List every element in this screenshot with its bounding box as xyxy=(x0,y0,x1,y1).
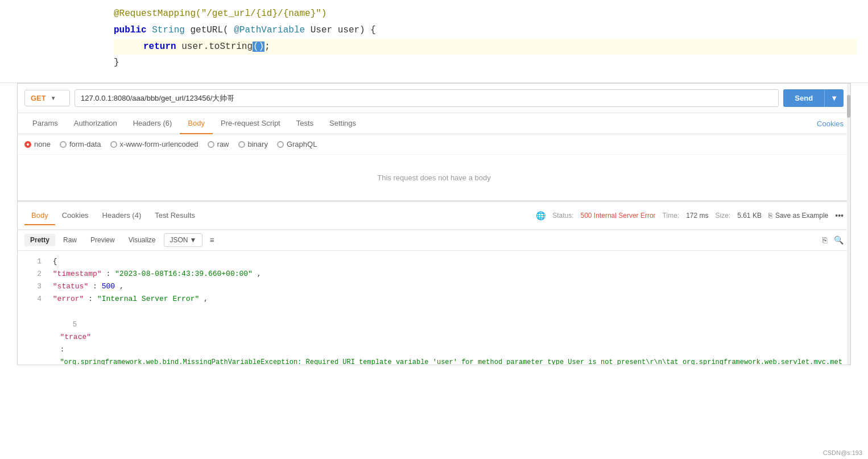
chevron-down-icon: ▼ xyxy=(190,236,197,244)
line-number-5: 5 xyxy=(60,319,77,331)
globe-icon: 🌐 xyxy=(536,211,545,220)
radio-label-none: none xyxy=(34,140,51,148)
scrollbar-thumb[interactable] xyxy=(847,95,850,118)
save-as-example-button[interactable]: ⎘ Save as Example xyxy=(768,212,828,220)
format-raw-button[interactable]: Raw xyxy=(57,234,82,246)
closing-brace: } xyxy=(114,57,119,68)
response-header: Body Cookies Headers (4) Test Results 🌐 … xyxy=(18,202,850,230)
tab-params[interactable]: Params xyxy=(24,113,66,134)
status-value: 500 Internal Server Error xyxy=(581,212,656,220)
json-val-status: 500 xyxy=(102,282,115,291)
radio-dot-graphql xyxy=(277,141,284,148)
radio-label-urlencoded: x-www-form-urlencoded xyxy=(120,140,199,148)
radio-dot-none xyxy=(24,141,31,148)
radio-graphql[interactable]: GraphQL xyxy=(277,140,317,148)
chevron-down-icon: ▼ xyxy=(51,95,56,101)
json-format-dropdown[interactable]: JSON ▼ xyxy=(164,233,203,247)
code-return: return user.toString(); xyxy=(138,42,270,52)
radio-form-data[interactable]: form-data xyxy=(60,140,101,148)
wrap-icon[interactable]: ≡ xyxy=(209,235,214,245)
tab-tests[interactable]: Tests xyxy=(288,113,321,134)
response-tab-body[interactable]: Body xyxy=(24,206,55,225)
code-section: @RequestMapping("/get_url/{id}/{name}") … xyxy=(0,0,868,83)
body-options: none form-data x-www-form-urlencoded raw… xyxy=(18,134,850,155)
json-line-4: 4 "error" : "Internal Server Error" , xyxy=(24,293,844,305)
radio-label-form-data: form-data xyxy=(69,140,101,148)
json-val-timestamp: "2023-08-08T16:43:39.660+00:00" xyxy=(115,270,253,278)
code-line-1: @RequestMapping("/get_url/{id}/{name}") xyxy=(114,6,857,22)
method-param: User user) { xyxy=(311,25,376,35)
response-tab-cookies[interactable]: Cookies xyxy=(55,206,96,225)
type-string: String xyxy=(152,25,185,35)
scrollbar-track[interactable] xyxy=(847,84,850,365)
line-number-2: 2 xyxy=(24,268,42,280)
response-meta: 🌐 Status: 500 Internal Server Error Time… xyxy=(536,211,844,220)
json-key-timestamp: "timestamp" xyxy=(53,270,102,278)
code-line-3: return user.toString(); xyxy=(114,39,857,55)
send-button[interactable]: Send ▼ xyxy=(783,89,844,107)
format-bar: Pretty Raw Preview Visualize JSON ▼ ≡ ⎘ … xyxy=(18,230,850,251)
cursor: () xyxy=(253,42,264,52)
tab-authorization[interactable]: Authorization xyxy=(66,113,125,134)
save-icon: ⎘ xyxy=(768,212,772,220)
tab-pre-request-script[interactable]: Pre-request Script xyxy=(213,113,288,134)
radio-raw[interactable]: raw xyxy=(208,140,229,148)
format-preview-button[interactable]: Preview xyxy=(85,234,121,246)
size-value: 5.61 KB xyxy=(737,212,762,220)
send-button-label: Send xyxy=(783,89,824,107)
radio-binary[interactable]: binary xyxy=(238,140,268,148)
keyword-public: public xyxy=(114,25,147,35)
tab-headers[interactable]: Headers (6) xyxy=(125,113,180,134)
radio-dot-raw xyxy=(208,141,214,148)
format-visualize-button[interactable]: Visualize xyxy=(123,234,162,246)
json-colon-4: : xyxy=(88,295,97,303)
radio-label-graphql: GraphQL xyxy=(287,140,317,148)
send-dropdown-arrow[interactable]: ▼ xyxy=(824,89,844,107)
json-comma-4: , xyxy=(204,295,208,303)
tab-body[interactable]: Body xyxy=(180,113,213,134)
json-line-1: 1 { xyxy=(24,255,844,268)
save-example-label: Save as Example xyxy=(775,212,828,220)
response-tab-headers[interactable]: Headers (4) xyxy=(96,206,148,225)
code-line-2: public String getURL( @PathVariable User… xyxy=(114,22,857,39)
radio-dot-form-data xyxy=(60,141,67,148)
search-icon[interactable]: 🔍 xyxy=(834,235,844,245)
body-content-area: This request does not have a body xyxy=(18,155,850,200)
response-tab-test-results[interactable]: Test Results xyxy=(148,206,202,225)
status-label: Status: xyxy=(552,212,573,220)
json-line-2: 2 "timestamp" : "2023-08-08T16:43:39.660… xyxy=(24,268,844,280)
code-line-4: } xyxy=(114,55,857,71)
url-input[interactable] xyxy=(75,89,779,107)
url-bar: GET ▼ Send ▼ xyxy=(18,84,850,113)
json-response-view: 1 { 2 "timestamp" : "2023-08-08T16:43:39… xyxy=(18,251,850,365)
method-selector[interactable]: GET ▼ xyxy=(24,90,70,106)
semicolon: ; xyxy=(264,42,270,52)
line-number-3: 3 xyxy=(24,280,42,293)
line-number-4: 4 xyxy=(24,293,42,305)
postman-container: GET ▼ Send ▼ Params Authorization Header… xyxy=(17,83,851,365)
json-open-brace: { xyxy=(53,257,57,266)
keyword-return: return xyxy=(143,42,176,52)
json-colon-2: : xyxy=(106,270,115,278)
json-key-status: "status" xyxy=(53,282,88,291)
json-key-error: "error" xyxy=(53,295,84,303)
more-options-button[interactable]: ••• xyxy=(835,211,844,220)
cookies-link[interactable]: Cookies xyxy=(817,119,844,128)
size-label: Size: xyxy=(716,212,731,220)
json-line-5: 5 "trace" : "org.springframework.web.bin… xyxy=(24,306,844,365)
json-format-label: JSON xyxy=(170,236,188,244)
format-pretty-button[interactable]: Pretty xyxy=(24,234,55,246)
json-comma-2: , xyxy=(257,270,262,278)
json-colon-3: : xyxy=(93,282,102,291)
tab-settings[interactable]: Settings xyxy=(321,113,364,134)
request-tabs: Params Authorization Headers (6) Body Pr… xyxy=(18,113,850,134)
radio-dot-binary xyxy=(238,141,245,148)
copy-icon[interactable]: ⎘ xyxy=(822,235,827,245)
space: user.toString xyxy=(181,42,253,52)
radio-none[interactable]: none xyxy=(24,140,51,148)
radio-urlencoded[interactable]: x-www-form-urlencoded xyxy=(110,140,199,148)
radio-dot-urlencoded xyxy=(110,141,117,148)
annotation-request-mapping: @RequestMapping("/get_url/{id}/{name}") xyxy=(114,9,326,19)
json-line-3: 3 "status" : 500 , xyxy=(24,280,844,293)
method-name: getURL( xyxy=(190,25,228,35)
